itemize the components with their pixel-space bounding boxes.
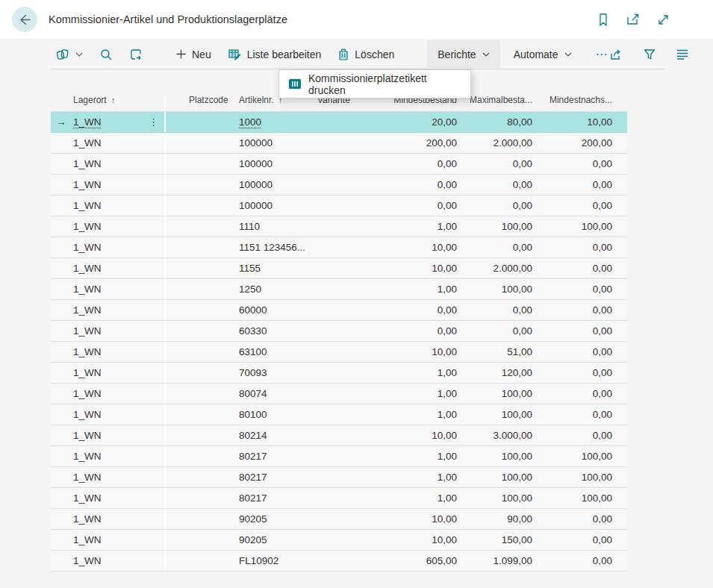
- cell-artikelnr[interactable]: 90205: [231, 509, 308, 529]
- cell-artikelnr[interactable]: 1155: [231, 258, 308, 278]
- cell-maximalbestand[interactable]: 0,00: [461, 237, 537, 257]
- cell-variante[interactable]: [308, 300, 376, 320]
- cell-platzcode[interactable]: [166, 404, 231, 425]
- cell-artikelnr[interactable]: 1000: [231, 112, 308, 132]
- table-row[interactable]: 1_WN802171,00100,00100,00: [51, 446, 627, 467]
- table-row[interactable]: 1_WN603300,000,000,00: [51, 321, 627, 342]
- table-row[interactable]: 1_WN802171,00100,00100,00: [51, 467, 627, 488]
- cell-maximalbestand[interactable]: 51,00: [461, 342, 537, 362]
- cell-lagerort[interactable]: 1_WN: [51, 363, 166, 383]
- cell-variante[interactable]: [308, 216, 376, 237]
- cell-mindestbestand[interactable]: 10,00: [376, 258, 461, 278]
- table-row[interactable]: 1_WN9020510,00150,000,00: [51, 530, 627, 551]
- cell-mindestbestand[interactable]: 1,00: [376, 384, 461, 404]
- cell-lagerort[interactable]: 1_WN: [51, 509, 166, 529]
- cell-maximalbestand[interactable]: 0,00: [461, 300, 537, 320]
- cell-lagerort[interactable]: 1_WN: [51, 216, 166, 237]
- table-row[interactable]: 1_WN800741,00100,000,00: [51, 384, 627, 404]
- cell-lagerort[interactable]: →1_WN⋮: [51, 112, 166, 132]
- table-row[interactable]: 1_WN600000,000,000,00: [51, 300, 627, 321]
- table-row[interactable]: →1_WN⋮100020,0080,0010,00: [51, 112, 627, 133]
- cell-mindestnachschub[interactable]: 0,00: [537, 404, 627, 425]
- cell-mindestnachschub[interactable]: 0,00: [537, 342, 627, 362]
- cell-variante[interactable]: [308, 488, 376, 508]
- cell-platzcode[interactable]: [166, 509, 231, 529]
- cell-mindestnachschub[interactable]: 0,00: [537, 509, 627, 529]
- cell-mindestbestand[interactable]: 1,00: [376, 279, 461, 299]
- cell-lagerort[interactable]: 1_WN: [51, 488, 166, 508]
- cell-variante[interactable]: [308, 112, 376, 132]
- column-header-mindestnachschub[interactable]: Mindestnachs...: [537, 95, 627, 111]
- cell-maximalbestand[interactable]: 150,00: [461, 530, 537, 550]
- cell-artikelnr[interactable]: 100000: [231, 133, 308, 153]
- cell-maximalbestand[interactable]: 0,00: [461, 154, 537, 174]
- cell-artikelnr[interactable]: 100000: [231, 175, 308, 195]
- cell-mindestnachschub[interactable]: 100,00: [537, 488, 627, 508]
- cell-artikelnr[interactable]: 60000: [231, 300, 308, 320]
- cell-mindestnachschub[interactable]: 200,00: [537, 133, 627, 153]
- cell-mindestnachschub[interactable]: 0,00: [537, 384, 627, 404]
- cell-mindestbestand[interactable]: 0,00: [376, 196, 461, 216]
- cell-mindestnachschub[interactable]: 0,00: [537, 363, 627, 383]
- table-row[interactable]: 1_WN1000000,000,000,00: [51, 154, 627, 175]
- back-button[interactable]: [12, 7, 37, 32]
- cell-variante[interactable]: [308, 237, 376, 257]
- table-row[interactable]: 1_WN11101,00100,00100,00: [51, 216, 627, 237]
- cell-platzcode[interactable]: [166, 112, 231, 132]
- views-button[interactable]: [55, 48, 83, 61]
- cell-variante[interactable]: [308, 384, 376, 404]
- cell-maximalbestand[interactable]: 1.099,00: [461, 551, 537, 571]
- cell-mindestbestand[interactable]: 20,00: [376, 112, 461, 132]
- cell-mindestnachschub[interactable]: 0,00: [537, 530, 627, 550]
- cell-lagerort[interactable]: 1_WN: [51, 154, 166, 174]
- cell-artikelnr[interactable]: 80100: [231, 404, 308, 425]
- cell-maximalbestand[interactable]: 80,00: [461, 112, 537, 132]
- cell-maximalbestand[interactable]: 100,00: [461, 488, 537, 508]
- cell-mindestnachschub[interactable]: 100,00: [537, 446, 627, 466]
- cell-mindestnachschub[interactable]: 0,00: [537, 425, 627, 445]
- cell-artikelnr[interactable]: 63100: [231, 342, 308, 362]
- table-row[interactable]: 1_WNFL10902605,001.099,000,00: [51, 551, 627, 572]
- cell-maximalbestand[interactable]: 0,00: [461, 321, 537, 341]
- cell-maximalbestand[interactable]: 100,00: [461, 404, 537, 425]
- cell-variante[interactable]: [308, 342, 376, 362]
- row-options-icon[interactable]: ⋮: [149, 112, 158, 132]
- cell-lagerort[interactable]: 1_WN: [51, 196, 166, 216]
- cell-lagerort[interactable]: 1_WN: [51, 321, 166, 341]
- cell-variante[interactable]: [308, 509, 376, 529]
- cell-mindestbestand[interactable]: 200,00: [376, 133, 461, 153]
- cell-platzcode[interactable]: [166, 551, 231, 571]
- cell-platzcode[interactable]: [166, 342, 231, 362]
- cell-maximalbestand[interactable]: 100,00: [461, 216, 537, 237]
- bookmark-icon[interactable]: [596, 12, 611, 27]
- search-button[interactable]: [99, 48, 113, 61]
- cell-variante[interactable]: [308, 425, 376, 445]
- cell-platzcode[interactable]: [166, 321, 231, 341]
- cell-platzcode[interactable]: [166, 237, 231, 257]
- cell-platzcode[interactable]: [166, 488, 231, 508]
- cell-maximalbestand[interactable]: 100,00: [461, 384, 537, 404]
- cell-platzcode[interactable]: [166, 384, 231, 404]
- cell-mindestnachschub[interactable]: 100,00: [537, 467, 627, 487]
- cell-artikelnr[interactable]: 90205: [231, 530, 308, 550]
- cell-platzcode[interactable]: [166, 216, 231, 237]
- cell-mindestbestand[interactable]: 0,00: [376, 154, 461, 174]
- cell-platzcode[interactable]: [166, 425, 231, 445]
- table-row[interactable]: 1_WN700931,00120,000,00: [51, 363, 627, 384]
- cell-variante[interactable]: [308, 321, 376, 341]
- cell-lagerort[interactable]: 1_WN: [51, 530, 166, 550]
- cell-artikelnr[interactable]: 1110: [231, 216, 308, 237]
- cell-mindestbestand[interactable]: 1,00: [376, 216, 461, 237]
- analysis-mode-button[interactable]: [129, 48, 143, 61]
- cell-lagerort[interactable]: 1_WN: [51, 467, 166, 487]
- filter-icon[interactable]: [642, 47, 657, 62]
- cell-mindestnachschub[interactable]: 0,00: [537, 258, 627, 278]
- reports-menu-button[interactable]: Berichte: [427, 40, 499, 68]
- cell-artikelnr[interactable]: 1250: [231, 279, 308, 299]
- cell-lagerort[interactable]: 1_WN: [51, 342, 166, 362]
- column-header-maximalbestand[interactable]: Maximalbesta...: [461, 95, 537, 111]
- table-row[interactable]: 1_WN8021410,003.000,000,00: [51, 425, 627, 446]
- cell-lagerort[interactable]: 1_WN: [51, 551, 166, 571]
- cell-maximalbestand[interactable]: 120,00: [461, 363, 537, 383]
- cell-maximalbestand[interactable]: 100,00: [461, 279, 537, 299]
